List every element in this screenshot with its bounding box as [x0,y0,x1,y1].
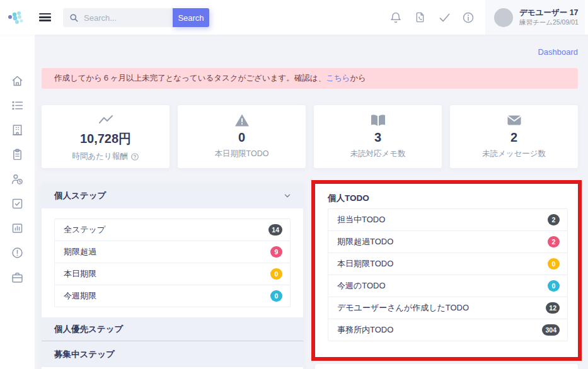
count-badge: 2 [548,214,560,225]
unread-memos-value: 3 [314,130,442,145]
list-item-label: 担当中TODO [337,214,385,225]
left-sidebar [0,35,35,369]
envelope-icon [450,113,578,127]
list-item-label: 本日期限TODO [337,258,393,270]
list-item[interactable]: デモユーザーさんが作成したTODO 12 [328,297,568,319]
list-item[interactable]: 担当中TODO 2 [328,208,568,231]
count-badge: 14 [268,224,282,236]
red-highlight-annotation: 個人TODO 担当中TODO 2 期限超過TODO 2 本日期限TODO 0 今… [311,180,582,361]
today-todo-label: 本日期限TODO [215,149,269,159]
chevron-down-icon [283,191,292,200]
personal-steps-list: 全ステップ 14 期限超過 9 本日期限 0 今週期限 0 [54,219,291,307]
next-panel-top-edge [315,364,578,369]
sidebar-item-task-list-icon[interactable] [11,99,24,112]
list-item-label: 事務所内TODO [337,324,393,336]
stat-card-hourly-reward: 10,728円 時間あたり報酬 [42,105,170,168]
stat-card-today-todo: 0 本日期限TODO [178,105,306,168]
count-badge: 2 [548,236,560,247]
open-book-icon [314,113,442,127]
count-badge: 12 [546,302,560,314]
list-item-label: 期限超過TODO [337,236,393,247]
count-badge: 304 [542,324,560,336]
user-avatar [494,8,513,27]
sidebar-item-check-square-icon[interactable] [11,197,24,210]
count-badge: 9 [270,246,282,258]
app-logo-icon [6,9,26,26]
user-name: デモユーザー 17 [519,8,579,18]
count-badge: 0 [548,280,560,292]
personal-todo-list: 担当中TODO 2 期限超過TODO 2 本日期限TODO 0 今週のTODO … [328,208,568,341]
personal-steps-title: 個人ステップ [54,190,106,202]
list-item[interactable]: 期限超過 9 [54,241,291,263]
list-item[interactable]: 本日期限TODO 0 [328,253,568,275]
sidebar-item-home-icon[interactable] [11,74,24,88]
sidebar-item-user-clock-icon[interactable] [11,173,24,186]
count-badge: 0 [270,290,282,302]
info-icon[interactable] [462,11,475,24]
list-item[interactable]: 今週のTODO 0 [328,275,568,297]
personal-steps-panel: 個人ステップ 全ステップ 14 期限超過 9 本日期限 0 今週期限 0 個人優… [42,183,303,369]
today-todo-value: 0 [178,130,306,145]
personal-todo-panel: 個人TODO 担当中TODO 2 期限超過TODO 2 本日期限TODO 0 今… [315,184,578,357]
sidebar-item-bar-chart-icon[interactable] [11,222,24,235]
unread-memos-label: 未読対応メモ数 [350,149,405,159]
list-item[interactable]: 今週期限 0 [54,285,291,307]
list-item-label: デモユーザーさんが作成したTODO [337,302,469,314]
sidebar-item-briefcase-icon[interactable] [11,271,24,284]
help-icon[interactable] [130,152,139,161]
hourly-reward-label: 時間あたり報酬 [72,151,127,162]
count-badge: 0 [548,258,560,270]
top-navbar: Search デモユーザー 17 練習チーム25/09/01 [0,0,588,35]
list-item-label: 今週のTODO [337,280,386,292]
stat-card-unread-messages: 2 未読メッセージ数 [450,105,578,168]
search-button[interactable]: Search [173,8,209,27]
user-profile-menu[interactable]: デモユーザー 17 練習チーム25/09/01 [485,0,585,35]
list-item[interactable]: 事務所内TODO 304 [328,319,568,341]
warning-triangle-icon [178,113,306,127]
recruiting-steps-header[interactable]: 募集中ステップ [42,341,303,367]
list-item-label: 本日期限 [64,268,96,280]
personal-steps-header[interactable]: 個人ステップ [42,183,303,208]
list-item[interactable]: 期限超過TODO 2 [328,230,568,253]
search-input-container [63,8,173,27]
list-item-label: 全ステップ [64,224,105,236]
hourly-reward-value: 10,728円 [42,130,170,147]
sidebar-item-clipboard-icon[interactable] [11,148,24,161]
unread-messages-label: 未読メッセージ数 [482,149,546,159]
personal-priority-steps-header[interactable]: 個人優先ステップ [42,317,303,341]
tasks-check-icon[interactable] [439,13,451,25]
report-file-icon[interactable] [414,11,427,24]
list-item-label: 期限超過 [64,246,96,258]
count-badge: 0 [270,268,282,280]
sidebar-toggle-button[interactable] [39,13,51,21]
list-item[interactable]: 本日期限 0 [54,263,291,285]
search-icon [69,13,79,23]
personal-todo-title: 個人TODO [315,184,578,208]
unread-messages-value: 2 [450,130,578,145]
alert-kochira-link[interactable]: こちら [326,74,350,82]
user-team: 練習チーム25/09/01 [519,18,579,26]
list-item[interactable]: 全ステップ 14 [54,219,291,241]
trend-line-icon [42,113,170,127]
sidebar-item-alert-circle-icon[interactable] [11,246,24,259]
breadcrumb-dashboard[interactable]: Dashboard [538,47,578,57]
notifications-bell-icon[interactable] [389,11,402,24]
alert-text: 作成してから６ヶ月以上未完了となっているタスクがございます。確認は、 [54,74,326,82]
search-input[interactable] [84,13,166,23]
list-item-label: 今週期限 [64,290,96,302]
overdue-task-alert: 作成してから６ヶ月以上未完了となっているタスクがございます。確認は、こちらから [42,68,578,89]
sidebar-item-office-building-icon[interactable] [11,123,24,137]
stat-card-unread-memos: 3 未読対応メモ数 [314,105,442,168]
